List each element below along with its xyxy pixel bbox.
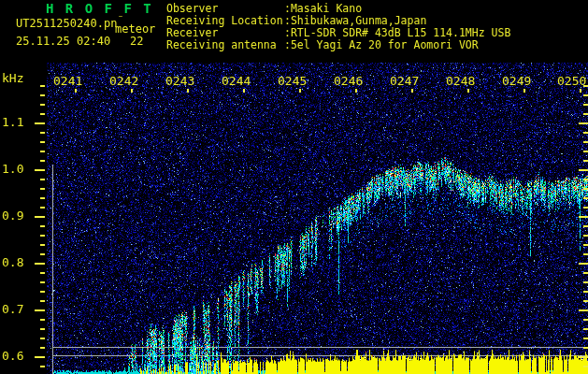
location-label: Receiving Location [166, 15, 283, 26]
time-tick-label: 0248 [446, 75, 475, 87]
freq-tick-label: 0.7 [2, 303, 23, 315]
antenna-label: Receiving antenna [166, 39, 277, 50]
time-tick-label: 0246 [334, 75, 363, 87]
time-tick-label: 0242 [109, 75, 138, 87]
location-value: :Shibukawa,Gunma,Japan [284, 15, 426, 26]
freq-tick-label: 0.6 [2, 350, 23, 362]
spectrogram-canvas [0, 0, 588, 374]
time-tick-label: 0245 [278, 75, 307, 87]
time-tick-label: 0244 [222, 75, 251, 87]
meteor-overlay-label: meteor [115, 23, 155, 35]
receiver-label: Receiver [166, 27, 218, 38]
observer-value: :Masaki Kano [284, 3, 362, 14]
receiver-value: :RTL-SDR SDR# 43dB L15 114.1MHz USB [284, 27, 510, 38]
filename-label: UT2511250240.pn [16, 18, 117, 29]
time-tick-label: 0249 [502, 75, 531, 87]
time-tick-label: 0241 [53, 75, 82, 87]
observer-label: Observer [166, 3, 218, 14]
app-title: H R O F F T [46, 2, 153, 15]
datetime-label: 25.11.25 02:40 [16, 36, 110, 47]
hrofft-spectrogram-screen: H R O F F T UT2511250240.pn ¨ meteor 25.… [0, 0, 588, 374]
freq-tick-label: 1.0 [2, 163, 23, 175]
freq-axis-unit: kHz [2, 72, 23, 84]
freq-tick-label: 1.1 [2, 116, 23, 128]
antenna-value: :5el Yagi Az 20 for Aomori VOR [284, 39, 479, 50]
freq-tick-label: 0.9 [2, 209, 23, 222]
meteor-count: 22 [130, 36, 143, 47]
freq-tick-label: 0.8 [2, 256, 23, 268]
time-tick-label: 0250 [557, 75, 586, 87]
time-tick-label: 0247 [390, 75, 419, 87]
time-tick-label: 0243 [165, 75, 194, 87]
